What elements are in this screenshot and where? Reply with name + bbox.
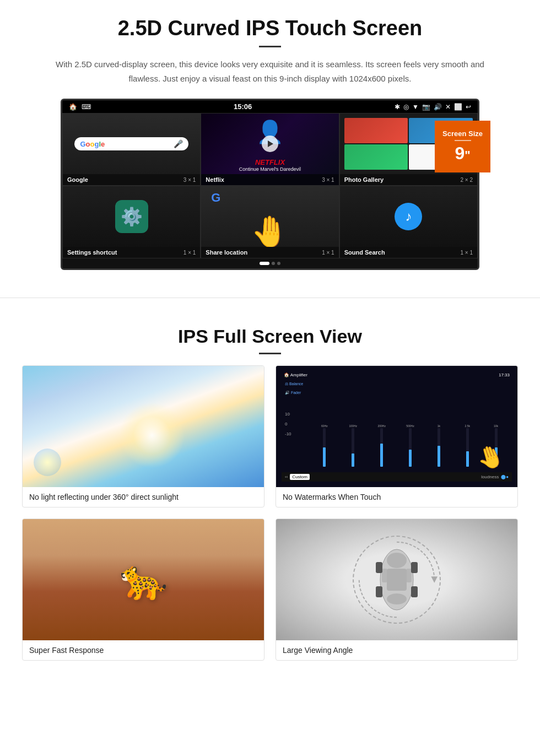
netflix-logo: NETFLIX bbox=[204, 158, 335, 166]
amp-bar-100hz: 100Hz bbox=[339, 424, 367, 467]
close-icon: ✕ bbox=[445, 103, 451, 111]
back-icon: ↩ bbox=[466, 103, 471, 111]
camera-icon: 📷 bbox=[422, 103, 430, 111]
app-share-location[interactable]: G 🤚 Share location 1 × 1 bbox=[201, 186, 339, 258]
dot-1 bbox=[260, 262, 269, 265]
section1-title: 2.5D Curved IPS Touch Screen bbox=[33, 17, 507, 40]
car-caption: Large Viewing Angle bbox=[276, 640, 517, 660]
amp-scale: 100-10 bbox=[285, 412, 307, 436]
amp-custom: Custom bbox=[290, 474, 310, 480]
title-underline bbox=[259, 46, 281, 47]
google-label-row: Google 3 × 1 bbox=[63, 174, 200, 185]
app-google[interactable]: Google 🎤 Google 3 × 1 bbox=[62, 113, 201, 186]
amp-home: 🏠 Amplifier bbox=[284, 372, 307, 377]
phone-mockup: 🏠 ⌨ 15:06 ✱ ◎ ▼ 📷 🔊 ✕ ⬜ ↩ bbox=[61, 99, 479, 270]
photo-thumb-3 bbox=[344, 144, 408, 170]
feature-amplifier: 🏠 Amplifier 17:33 ⚖ Balance 🔊 Fader 100-… bbox=[276, 365, 518, 507]
amp-statusbar: 🏠 Amplifier 17:33 bbox=[282, 371, 512, 379]
section-divider bbox=[0, 298, 540, 298]
phone-screen: 🏠 ⌨ 15:06 ✱ ◎ ▼ 📷 🔊 ✕ ⬜ ↩ bbox=[61, 99, 479, 270]
feature-sunlight: No light reflecting under 360° direct su… bbox=[22, 365, 264, 507]
badge-size: 9" bbox=[442, 143, 483, 164]
light-flare bbox=[34, 449, 61, 476]
amp-time: 17:33 bbox=[499, 372, 510, 377]
netflix-play-button[interactable] bbox=[262, 136, 278, 152]
dot-2 bbox=[272, 262, 275, 265]
window-icon: ⬜ bbox=[454, 103, 462, 111]
pagination-dots bbox=[62, 258, 478, 268]
status-bar: 🏠 ⌨ 15:06 ✱ ◎ ▼ 📷 🔊 ✕ ⬜ ↩ bbox=[62, 100, 478, 113]
settings-icon-wrap: ⚙️ bbox=[115, 200, 148, 233]
amp-bar-500hz: 500Hz bbox=[397, 424, 424, 467]
amp-bars-area: 60Hz 100Hz bbox=[311, 381, 510, 470]
netflix-label-row: Netflix 3 × 1 bbox=[201, 174, 338, 185]
netflix-subtitle: Continue Marvel's Daredevil bbox=[204, 166, 335, 172]
app-grid-top: Google 🎤 Google 3 × 1 bbox=[62, 113, 478, 186]
amp-balance: ⚖ Balance bbox=[285, 382, 307, 386]
cheetah-caption: Super Fast Response bbox=[23, 640, 264, 660]
car-outer-circle bbox=[353, 536, 441, 624]
gear-icon: ⚙️ bbox=[121, 206, 143, 227]
gallery-app-name: Photo Gallery bbox=[344, 176, 384, 183]
feature-car: Large Viewing Angle bbox=[276, 519, 518, 661]
features-grid: No light reflecting under 360° direct su… bbox=[22, 365, 518, 661]
badge-line bbox=[455, 140, 471, 141]
amplifier-caption: No Watermarks When Touch bbox=[276, 487, 517, 507]
share-app-size: 1 × 1 bbox=[322, 250, 334, 256]
feature-cheetah: 🐆 Super Fast Response bbox=[22, 519, 264, 661]
g-logo: G bbox=[211, 191, 220, 205]
google-search-bar[interactable]: Google 🎤 bbox=[74, 137, 188, 150]
volume-icon: 🔊 bbox=[434, 103, 442, 111]
settings-app-size: 1 × 1 bbox=[183, 250, 196, 256]
section1-description: With 2.5D curved-display screen, this de… bbox=[55, 57, 485, 85]
usb-icon: ⌨ bbox=[82, 103, 91, 111]
bluetooth-icon: ✱ bbox=[395, 103, 400, 111]
sunlight-image bbox=[23, 366, 264, 487]
sound-app-size: 1 × 1 bbox=[460, 250, 473, 256]
section-curved-screen: 2.5D Curved IPS Touch Screen With 2.5D c… bbox=[0, 0, 540, 281]
app-netflix[interactable]: 👤 NETFLIX Continue Marvel's Daredevil Ne… bbox=[201, 113, 339, 186]
amp-toggle: ⬤● bbox=[501, 474, 509, 479]
amp-bar-200hz: 200Hz bbox=[368, 424, 396, 467]
amp-back-arrows: ‹‹ bbox=[285, 474, 288, 479]
play-icon bbox=[268, 141, 273, 147]
app-grid-bottom: ⚙️ Settings shortcut 1 × 1 bbox=[62, 186, 478, 258]
netflix-app-name: Netflix bbox=[206, 176, 224, 183]
settings-app-name: Settings shortcut bbox=[67, 249, 117, 256]
hand-icon: 🤚 bbox=[251, 214, 289, 247]
section2-underline bbox=[259, 353, 281, 354]
share-label-row: Share location 1 × 1 bbox=[201, 247, 338, 258]
amp-content: ⚖ Balance 🔊 Fader 100-10 60Hz bbox=[282, 379, 512, 472]
google-logo: Google bbox=[80, 140, 105, 148]
amp-bottom-bar: ‹‹ Custom loudness ⬤● bbox=[282, 472, 512, 482]
sunlight-caption: No light reflecting under 360° direct su… bbox=[23, 487, 264, 507]
app-sound-search[interactable]: ♪ Sound Search 1 × 1 bbox=[339, 186, 478, 258]
rotation-arrows-svg bbox=[354, 537, 440, 623]
settings-label-row: Settings shortcut 1 × 1 bbox=[63, 247, 200, 258]
sound-label-row: Sound Search 1 × 1 bbox=[340, 247, 477, 258]
app-settings[interactable]: ⚙️ Settings shortcut 1 × 1 bbox=[62, 186, 201, 258]
dot-3 bbox=[277, 262, 280, 265]
netflix-info: NETFLIX Continue Marvel's Daredevil bbox=[201, 156, 338, 174]
amp-fader: 🔊 Fader bbox=[285, 391, 307, 395]
cheetah-icon: 🐆 bbox=[120, 557, 168, 602]
location-icon: ◎ bbox=[403, 103, 409, 111]
photo-thumb-1 bbox=[344, 118, 408, 143]
gallery-label-row: Photo Gallery 2 × 2 bbox=[340, 174, 477, 185]
status-right-icons: ✱ ◎ ▼ 📷 🔊 ✕ ⬜ ↩ bbox=[395, 103, 471, 111]
amp-sidebar: ⚖ Balance 🔊 Fader 100-10 bbox=[284, 381, 309, 470]
amplifier-image: 🏠 Amplifier 17:33 ⚖ Balance 🔊 Fader 100-… bbox=[276, 366, 517, 487]
sound-app-name: Sound Search bbox=[344, 249, 385, 256]
gallery-app-size: 2 × 2 bbox=[460, 177, 473, 183]
home-icon: 🏠 bbox=[69, 103, 77, 111]
amp-loudness: loudness bbox=[481, 474, 499, 479]
music-icon-circle: ♪ bbox=[395, 203, 422, 230]
status-time: 15:06 bbox=[234, 102, 252, 111]
section2-title: IPS Full Screen View bbox=[22, 326, 518, 347]
amp-screen: 🏠 Amplifier 17:33 ⚖ Balance 🔊 Fader 100-… bbox=[279, 369, 514, 484]
amp-bar-60hz: 60Hz bbox=[311, 424, 338, 467]
section-ips-fullscreen: IPS Full Screen View No light reflecting… bbox=[0, 315, 540, 677]
badge-label: Screen Size bbox=[442, 129, 483, 138]
wifi-icon: ▼ bbox=[412, 103, 419, 111]
netflix-app-size: 3 × 1 bbox=[322, 177, 334, 183]
